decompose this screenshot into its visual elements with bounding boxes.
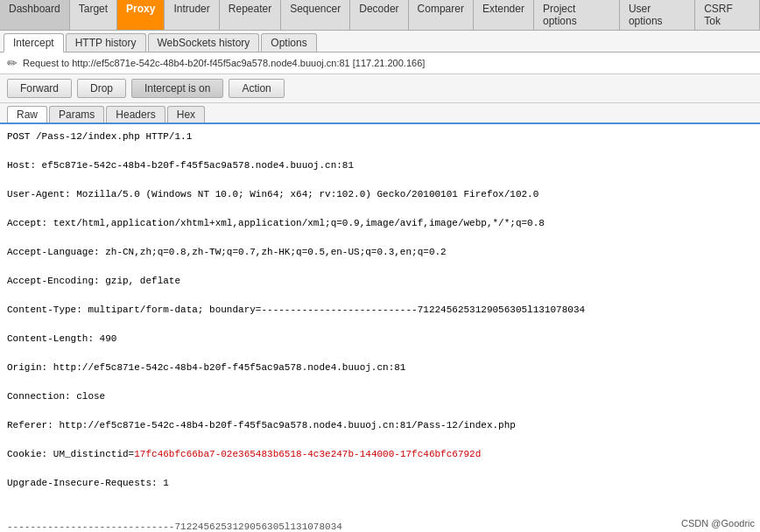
tab-websockets-history[interactable]: WebSockets history [148,33,260,52]
nav-user-options[interactable]: User options [620,0,695,30]
http-line: Upgrade-Insecure-Requests: 1 [7,476,753,491]
button-bar: Forward Drop Intercept is on Action [0,74,760,103]
tab-intercept[interactable]: Intercept [4,33,64,52]
tab-hex[interactable]: Hex [167,106,205,122]
tab-http-history[interactable]: HTTP history [66,33,146,52]
http-line: User-Agent: Mozilla/5.0 (Windows NT 10.0… [7,187,753,202]
http-line: Cookie: UM_distinctid=17fc46bfc66ba7-02e… [7,447,753,462]
nav-comparer[interactable]: Comparer [409,0,474,30]
request-info-text: Request to http://ef5c871e-542c-48b4-b20… [23,58,425,68]
intercept-button[interactable]: Intercept is on [131,79,223,98]
sub-tabs: Intercept HTTP history WebSockets histor… [0,31,760,52]
http-line: Content-Length: 490 [7,332,753,346]
nav-project-options[interactable]: Project options [534,0,620,30]
nav-dashboard[interactable]: Dashboard [0,0,70,30]
http-line: Accept: text/html,application/xhtml+xml,… [7,216,753,231]
tab-params[interactable]: Params [49,106,104,122]
tab-options[interactable]: Options [261,33,316,52]
tab-headers[interactable]: Headers [106,106,165,122]
nav-intruder[interactable]: Intruder [165,0,219,30]
forward-button[interactable]: Forward [7,79,72,98]
http-line: Host: ef5c871e-542c-48b4-b20f-f45f5ac9a5… [7,158,753,173]
watermark: CSDN @Goodric [681,518,755,528]
action-button[interactable]: Action [229,79,284,98]
nav-sequencer[interactable]: Sequencer [281,0,350,30]
nav-target[interactable]: Target [70,0,117,30]
tab-raw[interactable]: Raw [7,106,47,122]
http-line: POST /Pass-12/index.php HTTP/1.1 [7,130,753,144]
drop-button[interactable]: Drop [77,79,126,98]
http-line: Connection: close [7,389,753,404]
http-line: Origin: http://ef5c871e-542c-48b4-b20f-f… [7,360,753,375]
http-line: -----------------------------71224562531… [7,520,753,533]
http-line: Accept-Encoding: gzip, deflate [7,274,753,289]
nav-extender[interactable]: Extender [474,0,534,30]
http-line: Accept-Language: zh-CN,zh;q=0.8,zh-TW;q=… [7,245,753,260]
nav-proxy[interactable]: Proxy [117,0,165,30]
http-content-area[interactable]: POST /Pass-12/index.php HTTP/1.1 Host: e… [0,124,760,532]
top-nav: Dashboard Target Proxy Intruder Repeater… [0,0,760,31]
nav-decoder[interactable]: Decoder [350,0,408,30]
pencil-icon: ✏ [7,56,18,70]
http-line: Referer: http://ef5c871e-542c-48b4-b20f-… [7,418,753,433]
nav-csrf-tok[interactable]: CSRF Tok [695,0,760,30]
http-line: Content-Type: multipart/form-data; bound… [7,303,753,318]
info-bar: ✏ Request to http://ef5c871e-542c-48b4-b… [0,52,760,74]
content-tabs: Raw Params Headers Hex [0,103,760,124]
nav-repeater[interactable]: Repeater [220,0,281,30]
